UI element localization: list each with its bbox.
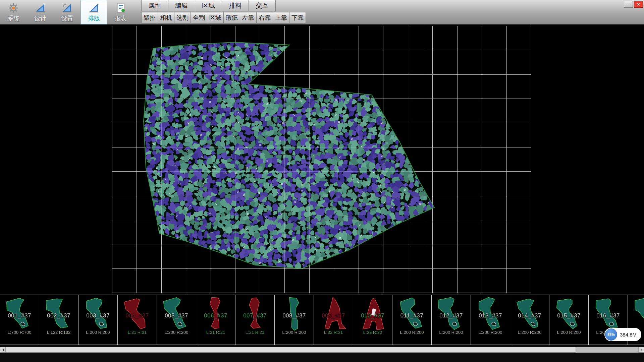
progress-value: 38% [607, 333, 615, 337]
layout-icon [88, 2, 100, 14]
part-counts: L:31 R:31 [118, 330, 157, 335]
tool-button-snap-left[interactable]: 左靠 [240, 12, 257, 23]
part-id: 001_#37 [0, 312, 39, 319]
mode-button-layout[interactable]: 排版 [80, 0, 107, 24]
tool-buttons: 聚排相机选割全割区域瑕疵左靠右靠上靠下靠 [142, 12, 306, 23]
part-shape [39, 295, 78, 345]
part-slot-006_#37[interactable]: 006_#37L:21 R:21 [196, 295, 235, 345]
tool-button-snap-bottom[interactable]: 下靠 [289, 12, 306, 23]
part-counts: L:200 R:200 [392, 330, 431, 335]
part-slot-015_#37[interactable]: 015_#37L:200 R:200 [549, 295, 589, 345]
report-icon [115, 2, 127, 14]
part-shape [118, 295, 157, 345]
part-id: 012_#37 [432, 312, 471, 319]
nesting-canvas[interactable] [0, 25, 644, 295]
part-shape [549, 295, 589, 345]
part-counts: L:33 R:32 [353, 330, 392, 335]
parts-strip: 001_#37L:700 R:700002_#37L:132 R:132003_… [0, 295, 644, 345]
tool-button-defect[interactable]: 瑕疵 [223, 12, 240, 23]
tool-button-region[interactable]: 区域 [207, 12, 224, 23]
part-counts: L:200 R:200 [471, 330, 510, 335]
tool-button-cluster-nest[interactable]: 聚排 [141, 12, 158, 23]
part-shape [432, 295, 471, 345]
part-id: 011_#37 [392, 312, 431, 319]
part-id: 005_#37 [157, 312, 196, 319]
scroll-left-button[interactable] [0, 347, 6, 353]
part-shape [471, 295, 510, 345]
part-slot-010_#37[interactable]: 010_#37L:33 R:32 [353, 295, 392, 345]
part-shape [196, 295, 235, 345]
part-shape [392, 295, 432, 345]
part-shape [235, 295, 275, 345]
part-counts: L:132 R:132 [39, 330, 78, 335]
mode-button-setup[interactable]: 设置 [54, 0, 80, 24]
mode-label: 设计 [34, 14, 46, 22]
part-id: 016_#37 [589, 312, 628, 319]
part-id: 003_#37 [78, 312, 117, 319]
part-counts: L:32 R:31 [314, 330, 353, 335]
part-counts: L:21 R:21 [196, 330, 235, 335]
menu-tab-nesting[interactable]: 排料 [222, 0, 249, 11]
menu-tab-interact[interactable]: 交互 [249, 0, 276, 11]
part-id: 009_#37 [314, 312, 353, 319]
part-slot-007_#37[interactable]: 007_#37L:21 R:21 [235, 295, 275, 345]
part-slot-014_#37[interactable]: 014_#37L:200 R:200 [510, 295, 549, 345]
part-shape [0, 295, 39, 345]
menu-tab-properties[interactable]: 属性 [141, 0, 168, 11]
part-shape [275, 295, 314, 345]
part-id: 014_#37 [510, 312, 549, 319]
part-counts: L:21 R:21 [235, 330, 274, 335]
minimize-button[interactable]: – [624, 1, 633, 8]
menu-tab-edit[interactable]: 编辑 [168, 0, 195, 11]
part-slot-001_#37[interactable]: 001_#37L:700 R:700 [0, 295, 39, 345]
scroll-right-button[interactable] [638, 347, 644, 353]
workspace [0, 25, 644, 295]
part-slot-011_#37[interactable]: 011_#37L:200 R:200 [392, 295, 432, 345]
tool-button-snap-right[interactable]: 右靠 [256, 12, 273, 23]
part-counts: L:200 R:200 [549, 330, 588, 335]
close-button[interactable]: × [634, 1, 643, 8]
part-slot-012_#37[interactable]: 012_#37L:200 R:200 [432, 295, 471, 345]
tool-button-snap-top[interactable]: 上靠 [273, 12, 289, 23]
gear-icon [7, 2, 19, 14]
menu-tab-region[interactable]: 区域 [195, 0, 222, 11]
memory-label: 384.8M [620, 332, 637, 338]
part-id: 004_#37 [118, 312, 157, 319]
part-counts: L:200 R:200 [78, 330, 117, 335]
part-slot-004_#37[interactable]: 004_#37L:31 R:31 [118, 295, 157, 345]
part-shape [157, 295, 196, 345]
part-id: 013_#37 [471, 312, 510, 319]
tool-button-select-cut[interactable]: 选割 [174, 12, 191, 23]
part-shape [353, 295, 392, 345]
mode-label: 系统 [7, 14, 19, 22]
part-slot-013_#37[interactable]: 013_#37L:200 R:200 [471, 295, 510, 345]
part-slot-003_#37[interactable]: 003_#37L:200 R:200 [78, 295, 118, 345]
app-window: 系统设计设置排版报表 属性编辑区域排料交互 聚排相机选割全割区域瑕疵左靠右靠上靠… [0, 0, 644, 362]
part-counts: L:200 R:200 [432, 330, 471, 335]
part-id: 006_#37 [196, 312, 235, 319]
part-slot-005_#37[interactable]: 005_#37L:200 R:200 [157, 295, 196, 345]
part-shape [78, 295, 118, 345]
part-slot-002_#37[interactable]: 002_#37L:132 R:132 [39, 295, 78, 345]
part-id: 008_#37 [275, 312, 314, 319]
horizontal-scrollbar[interactable] [0, 347, 644, 353]
part-slot-008_#37[interactable]: 008_#37L:200 R:200 [275, 295, 314, 345]
scroll-thumb[interactable] [6, 347, 576, 353]
settings-icon [61, 2, 73, 14]
window-controls: – × [624, 1, 643, 8]
part-counts: L:200 R:200 [157, 330, 196, 335]
design-icon [34, 2, 46, 14]
mode-label: 设置 [61, 14, 73, 22]
tool-button-camera[interactable]: 相机 [158, 12, 174, 23]
ribbon: 系统设计设置排版报表 属性编辑区域排料交互 聚排相机选割全割区域瑕疵左靠右靠上靠… [0, 0, 644, 24]
part-slot-009_#37[interactable]: 009_#37L:32 R:31 [314, 295, 353, 345]
memory-status: 38% 384.8M [604, 328, 641, 341]
mode-button-design[interactable]: 设计 [27, 0, 54, 24]
part-id: 015_#37 [549, 312, 588, 319]
mode-label: 报表 [115, 14, 127, 22]
mode-button-system[interactable]: 系统 [0, 0, 27, 24]
part-id: 010_#37 [353, 312, 392, 319]
tool-button-cut-all[interactable]: 全割 [191, 12, 207, 23]
mode-buttons: 系统设计设置排版报表 [0, 0, 134, 24]
mode-button-report[interactable]: 报表 [107, 0, 134, 24]
